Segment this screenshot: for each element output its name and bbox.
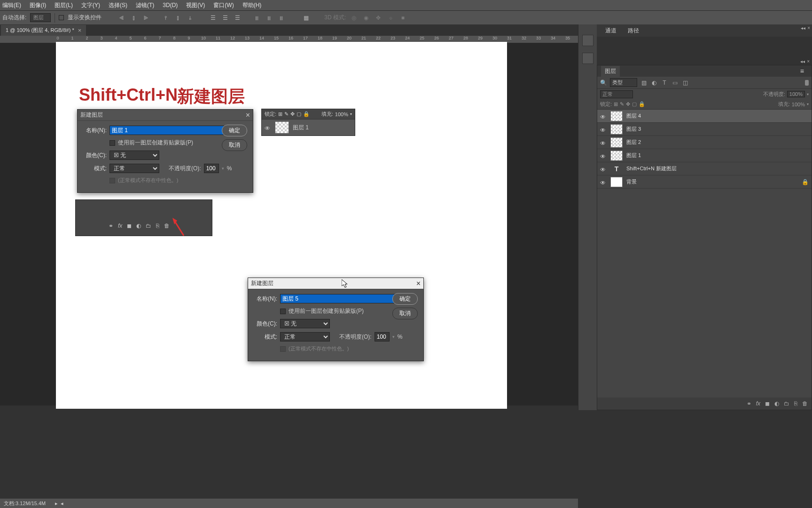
- filter-toggle[interactable]: [805, 80, 809, 86]
- dialog2-close-icon[interactable]: ×: [416, 279, 421, 288]
- group-icon[interactable]: 🗀: [146, 222, 151, 229]
- layer-row[interactable]: 👁图层 2: [597, 136, 812, 149]
- dialog1-ok-button[interactable]: 确定: [222, 125, 247, 136]
- panel-menu-icon[interactable]: ≡: [796, 66, 808, 76]
- status-arrow2-icon[interactable]: ◂: [61, 500, 63, 507]
- foot-adjustment-icon[interactable]: ◐: [774, 400, 779, 407]
- mini-layer-name[interactable]: 图层 1: [293, 124, 309, 132]
- align-middle-icon[interactable]: ⫿: [174, 14, 182, 22]
- layer-name[interactable]: Shift+Ctrl+N 新建图层: [626, 165, 677, 172]
- menu-layer[interactable]: 图层(L): [55, 1, 73, 9]
- menu-help[interactable]: 帮助(H): [242, 1, 262, 9]
- 3d-orbit-icon[interactable]: ◎: [350, 14, 358, 22]
- filter-adjust-icon[interactable]: ◐: [650, 79, 658, 87]
- layer-row[interactable]: 👁背景🔒: [597, 175, 812, 189]
- dialog1-mode-select[interactable]: 正常: [109, 164, 159, 173]
- layer-row[interactable]: 👁图层 1: [597, 149, 812, 162]
- panel-icon-2[interactable]: [582, 53, 593, 64]
- fx-icon[interactable]: fx: [118, 222, 122, 229]
- foot-fx-icon[interactable]: fx: [756, 400, 760, 407]
- document-tab[interactable]: 1 @ 100% (图层 4, RGB/8#) * ×: [1, 25, 86, 36]
- foot-trash-icon[interactable]: 🗑: [802, 400, 808, 407]
- layer-name[interactable]: 图层 2: [626, 139, 641, 146]
- 3d-zoom-icon[interactable]: ■: [398, 14, 407, 22]
- visibility-icon[interactable]: 👁: [600, 114, 607, 119]
- foot-link-icon[interactable]: ⚭: [747, 400, 751, 407]
- new-layer-icon[interactable]: ⎘: [156, 222, 159, 229]
- layer-name[interactable]: 图层 1: [626, 152, 641, 159]
- visibility-icon[interactable]: 👁: [600, 167, 607, 171]
- 3d-pan-icon[interactable]: ✥: [374, 14, 383, 22]
- filter-kind-dropdown[interactable]: 类型: [610, 78, 637, 87]
- mini-fill-value[interactable]: 100%: [335, 111, 348, 117]
- layer-name[interactable]: 图层 4: [626, 112, 641, 119]
- lock-artboard-icon[interactable]: ▢: [632, 101, 637, 107]
- visibility-icon[interactable]: 👁: [600, 127, 607, 132]
- lock-move-icon[interactable]: ✥: [626, 101, 630, 107]
- mini-layer-thumb[interactable]: [275, 121, 289, 134]
- mini-lock-pixel-icon[interactable]: ⊞: [278, 111, 282, 117]
- foot-group-icon[interactable]: 🗀: [784, 400, 789, 407]
- distribute-bottom-icon[interactable]: ☰: [233, 14, 242, 22]
- visibility-icon[interactable]: 👁: [600, 180, 607, 184]
- collapse-icon[interactable]: ◂◂: [801, 25, 805, 31]
- foot-mask-icon[interactable]: ◼: [765, 400, 770, 407]
- menu-filter[interactable]: 滤镜(T): [136, 1, 154, 9]
- blend-mode-dropdown[interactable]: 正常: [600, 90, 633, 98]
- status-doc[interactable]: 文档:3.12M/15.4M: [4, 500, 46, 507]
- filter-type-icon[interactable]: T: [661, 79, 668, 87]
- close-panel-icon[interactable]: ×: [807, 25, 810, 31]
- dialog1-clip-checkbox[interactable]: [109, 140, 115, 146]
- mask-icon[interactable]: ◼: [127, 222, 132, 229]
- align-bottom-icon[interactable]: ⫰: [186, 14, 195, 22]
- filter-smart-icon[interactable]: ◫: [681, 79, 689, 87]
- dialog1-name-input[interactable]: [109, 126, 224, 135]
- tab-close-icon[interactable]: ×: [78, 27, 82, 34]
- dialog2-cancel-button[interactable]: 取消: [392, 308, 418, 319]
- visibility-icon[interactable]: 👁: [600, 153, 607, 158]
- distribute-hcenter-icon[interactable]: ⫼: [265, 14, 273, 22]
- distribute-vcenter-icon[interactable]: ☰: [221, 14, 229, 22]
- align-left-icon[interactable]: ⫷: [117, 14, 126, 22]
- dialog2-titlebar[interactable]: 新建图层 ×: [248, 278, 423, 289]
- dialog2-opacity-input[interactable]: [375, 332, 390, 341]
- layer-row[interactable]: 👁图层 3: [597, 123, 812, 136]
- lock-pixel-icon[interactable]: ⊞: [614, 101, 618, 107]
- align-top-icon[interactable]: ⫯: [162, 14, 170, 22]
- lock-brush-icon[interactable]: ✎: [620, 101, 624, 107]
- visibility-icon[interactable]: 👁: [600, 140, 607, 145]
- mini-lock-artboard-icon[interactable]: ▢: [297, 111, 301, 117]
- layer-row[interactable]: 👁图层 4: [597, 110, 812, 123]
- tab-channels[interactable]: 通道: [601, 25, 621, 37]
- layer-row[interactable]: 👁TShift+Ctrl+N 新建图层: [597, 162, 812, 175]
- show-transform-checkbox[interactable]: [59, 15, 64, 20]
- layer-name[interactable]: 背景: [626, 178, 637, 185]
- filter-shape-icon[interactable]: ▭: [671, 79, 679, 87]
- close-panel-icon-2[interactable]: ×: [807, 59, 810, 64]
- mini-visibility-icon[interactable]: 👁: [265, 125, 271, 130]
- menu-edit[interactable]: 编辑(E): [2, 1, 21, 9]
- menu-image[interactable]: 图像(I): [30, 1, 46, 9]
- dialog2-ok-button[interactable]: 确定: [392, 293, 418, 305]
- status-arrow-icon[interactable]: ▸: [55, 500, 58, 507]
- align-center-h-icon[interactable]: ⫿: [130, 14, 138, 22]
- dialog2-mode-select[interactable]: 正常: [280, 332, 330, 341]
- panel-icon-1[interactable]: [582, 35, 593, 46]
- fill-value[interactable]: 100%: [792, 102, 805, 107]
- lock-all-icon[interactable]: 🔒: [639, 101, 645, 107]
- distribute-right-icon[interactable]: ⫼: [277, 14, 286, 22]
- trash-icon[interactable]: 🗑: [164, 222, 170, 229]
- tab-paths[interactable]: 路径: [623, 25, 644, 37]
- mini-lock-move-icon[interactable]: ✥: [290, 111, 295, 117]
- align-right-icon[interactable]: ⫸: [142, 14, 150, 22]
- foot-new-layer-icon[interactable]: ⎘: [794, 400, 797, 407]
- distribute-top-icon[interactable]: ☰: [209, 14, 217, 22]
- distribute-left-icon[interactable]: ⫼: [253, 14, 261, 22]
- menu-window[interactable]: 窗口(W): [213, 1, 234, 9]
- dialog2-name-input[interactable]: [280, 294, 395, 303]
- menu-3d[interactable]: 3D(D): [163, 2, 178, 8]
- filter-pixel-icon[interactable]: ▧: [640, 79, 648, 87]
- auto-align-icon[interactable]: ▦: [302, 14, 310, 22]
- menu-type[interactable]: 文字(Y): [81, 1, 100, 9]
- dialog1-opacity-input[interactable]: [204, 164, 219, 173]
